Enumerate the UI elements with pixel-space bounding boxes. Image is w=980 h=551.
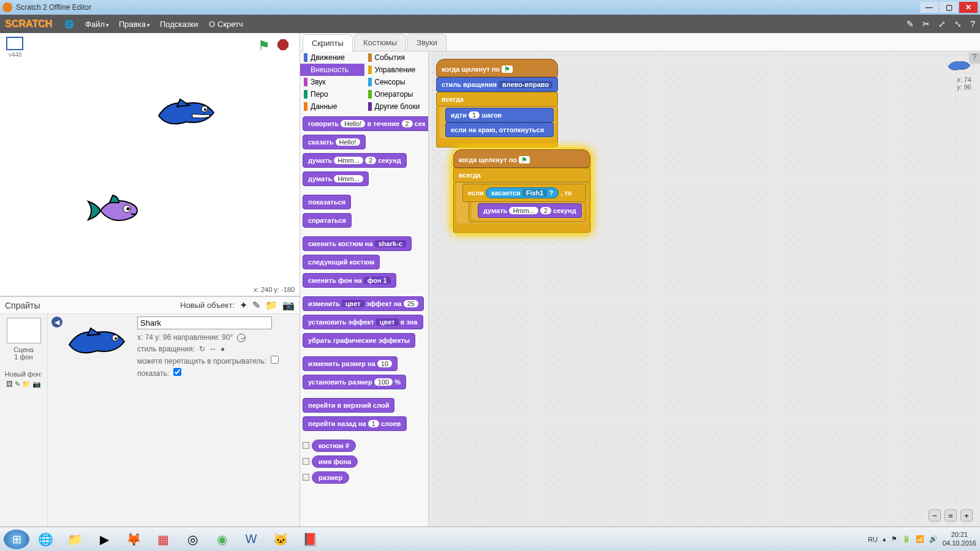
block-go-back-layers[interactable]: перейти назад на 1 слоев: [303, 416, 407, 431]
zoom-reset-button[interactable]: =: [944, 509, 957, 522]
block-change-effect[interactable]: изменить цвет эффект на 25: [303, 296, 424, 311]
menu-edit[interactable]: Правка: [119, 20, 150, 29]
rotation-leftright-icon[interactable]: ↔: [209, 345, 216, 353]
block-set-rotation-style[interactable]: стиль вращения влево-вправо: [436, 77, 558, 92]
block-hide[interactable]: спрятаться: [303, 213, 352, 228]
block-when-flag-clicked-1[interactable]: когда щелкнут по ⚑: [436, 59, 558, 77]
back-to-sprite-list-button[interactable]: ◀: [51, 317, 62, 328]
window-minimize-button[interactable]: —: [920, 2, 938, 13]
category-pen[interactable]: Перо: [300, 88, 364, 100]
category-data[interactable]: Данные: [300, 100, 364, 113]
taskbar-chrome-icon[interactable]: ◎: [179, 530, 206, 549]
sprite-name-input[interactable]: [137, 317, 272, 329]
script-stack-1[interactable]: когда щелкнут по ⚑ стиль вращения влево-…: [436, 59, 558, 148]
cut-icon[interactable]: ✂: [922, 19, 930, 29]
reporter-checkbox-backdrop[interactable]: [303, 458, 309, 465]
block-bounce-on-edge[interactable]: если на краю, оттолкнуться: [445, 122, 554, 137]
menu-file[interactable]: Файл: [85, 20, 109, 29]
new-backdrop-upload-icon[interactable]: 📁: [22, 380, 31, 388]
stage-canvas[interactable]: [2, 58, 297, 284]
taskbar-word-icon[interactable]: W: [238, 530, 265, 549]
drag-checkbox[interactable]: [271, 356, 279, 364]
tray-volume-icon[interactable]: 🔊: [929, 535, 938, 543]
category-more[interactable]: Другие блоки: [364, 100, 429, 113]
taskbar-ie-icon[interactable]: 🌐: [32, 530, 59, 549]
block-size[interactable]: размер: [312, 471, 349, 484]
new-sprite-upload-icon[interactable]: 📁: [265, 299, 277, 311]
globe-icon[interactable]: 🌐: [64, 20, 75, 29]
reporter-checkbox-size[interactable]: [303, 474, 309, 481]
system-clock[interactable]: 20:21 04.10.2016: [943, 531, 976, 547]
category-control[interactable]: Управление: [364, 64, 429, 76]
category-operators[interactable]: Операторы: [364, 88, 429, 100]
help-icon[interactable]: ?: [970, 19, 975, 29]
rotation-allaround-icon[interactable]: ↻: [199, 345, 205, 353]
block-if[interactable]: если касается Fish1 ? , то: [462, 184, 586, 202]
block-next-costume[interactable]: следующий костюм: [303, 255, 380, 269]
category-sensing[interactable]: Сенсоры: [364, 76, 429, 88]
block-touching[interactable]: касается Fish1 ?: [486, 187, 559, 198]
taskbar-app2-icon[interactable]: ◉: [208, 530, 235, 549]
taskbar-media-icon[interactable]: ▶: [91, 530, 118, 549]
category-events[interactable]: События: [364, 51, 429, 64]
block-forever-2[interactable]: всегда: [453, 168, 590, 182]
stamp-icon[interactable]: ✎: [907, 19, 914, 29]
category-looks[interactable]: Внешность: [300, 64, 364, 76]
fullscreen-button[interactable]: [6, 37, 23, 50]
shrink-icon[interactable]: ⤡: [954, 19, 962, 29]
zoom-in-button[interactable]: +: [960, 509, 973, 522]
menu-tips[interactable]: Подсказки: [160, 20, 199, 29]
taskbar-app1-icon[interactable]: ▦: [149, 530, 176, 549]
block-costume-num[interactable]: костюм #: [312, 440, 356, 452]
show-checkbox[interactable]: [173, 368, 181, 376]
rotation-none-icon[interactable]: ●: [221, 345, 225, 353]
new-backdrop-library-icon[interactable]: 🖼: [6, 380, 13, 388]
green-flag-button[interactable]: ⚑: [258, 38, 270, 54]
block-think[interactable]: думать Hmm...: [303, 171, 369, 186]
block-when-flag-clicked-2[interactable]: когда щелкнут по ⚑: [453, 149, 590, 168]
block-go-front[interactable]: перейти в верхний слой: [303, 398, 394, 413]
block-show[interactable]: показаться: [303, 195, 351, 209]
tray-battery-icon[interactable]: 🔋: [902, 535, 911, 543]
block-clear-effects[interactable]: убрать графические эффекты: [303, 333, 415, 348]
reporter-checkbox-costume[interactable]: [303, 442, 309, 449]
new-sprite-camera-icon[interactable]: 📷: [282, 299, 295, 311]
taskbar-pdf-icon[interactable]: 📕: [296, 530, 323, 549]
block-switch-costume[interactable]: сменить костюм на shark-c: [303, 236, 412, 251]
tab-scripts[interactable]: Скрипты: [303, 34, 353, 51]
taskbar-explorer-icon[interactable]: 📁: [61, 530, 88, 549]
zoom-out-button[interactable]: −: [929, 509, 941, 522]
taskbar-scratch-icon[interactable]: 🐱: [267, 530, 294, 549]
sprite-fish[interactable]: [85, 189, 140, 232]
block-say-secs[interactable]: говорить Hello! в течение 2 сек: [303, 116, 429, 131]
language-indicator[interactable]: RU: [868, 536, 878, 543]
block-set-effect[interactable]: установить эффект цвет в зна: [303, 315, 423, 329]
block-move-steps[interactable]: идти 1 шагов: [445, 108, 554, 122]
block-backdrop-name[interactable]: имя фона: [312, 455, 358, 468]
block-say[interactable]: сказать Hello!: [303, 135, 366, 149]
scripts-canvas[interactable]: ? x: 74y: 96 когда щелкнут по ⚑ стиль вр…: [429, 51, 980, 527]
tray-up-icon[interactable]: ▴: [883, 535, 886, 543]
direction-dial[interactable]: [237, 334, 246, 342]
block-think-secs[interactable]: думать Hmm... 2 секунд: [303, 153, 407, 168]
block-switch-backdrop[interactable]: сменить фон на фон 1: [303, 273, 396, 288]
category-sound[interactable]: Звук: [300, 76, 364, 88]
stage-thumbnail[interactable]: [7, 318, 41, 343]
script-stack-2[interactable]: когда щелкнут по ⚑ всегда если касается …: [453, 149, 590, 233]
start-button[interactable]: ⊞: [4, 530, 29, 549]
menu-about[interactable]: О Скретч: [209, 20, 244, 29]
sprite-shark[interactable]: [156, 94, 217, 131]
grow-icon[interactable]: ⤢: [938, 19, 946, 29]
new-backdrop-paint-icon[interactable]: ✎: [15, 380, 20, 388]
window-close-button[interactable]: ✕: [959, 2, 978, 13]
category-motion[interactable]: Движение: [300, 51, 364, 64]
tab-sounds[interactable]: Звуки: [407, 34, 447, 51]
tab-costumes[interactable]: Костюмы: [354, 34, 406, 51]
window-maximize-button[interactable]: ▢: [940, 2, 958, 13]
taskbar-firefox-icon[interactable]: 🦊: [120, 530, 147, 549]
stop-button[interactable]: [277, 39, 288, 50]
sprite-thumbnail-shark[interactable]: [66, 320, 127, 363]
block-think-in-script[interactable]: думать Hmm... 2 секунд: [478, 203, 582, 218]
tray-flag-icon[interactable]: ⚑: [891, 535, 897, 543]
new-backdrop-camera-icon[interactable]: 📷: [32, 380, 41, 388]
